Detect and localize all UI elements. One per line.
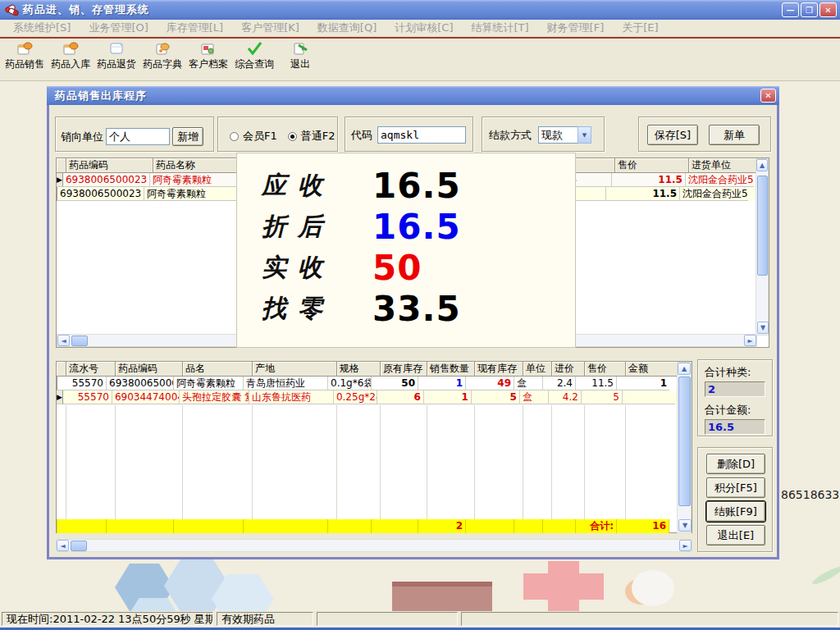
- app-pill-icon: [5, 4, 19, 16]
- menu-system[interactable]: 系统维护[S]: [7, 19, 82, 37]
- toolbar-button-query[interactable]: 综合查询: [231, 40, 277, 80]
- toolbar-button-sales[interactable]: 药品销售: [2, 40, 48, 80]
- menu-plan-audit[interactable]: 计划审核[C]: [388, 19, 464, 37]
- header-old-stock: 原有库存: [381, 362, 427, 377]
- member-radio-label: 会员F1: [243, 129, 277, 144]
- received-value: 50: [372, 248, 422, 288]
- toolbar-button-exit[interactable]: 退出: [277, 40, 323, 80]
- header-spec: 规格: [337, 362, 381, 377]
- archive-icon: [199, 40, 217, 57]
- member-radio[interactable]: [230, 132, 239, 141]
- scroll-down-icon[interactable]: ▼: [757, 322, 769, 334]
- change-value: 33.5: [372, 289, 461, 329]
- header-amount: 金额: [626, 362, 678, 377]
- scroll-right-icon[interactable]: ►: [744, 335, 756, 346]
- menu-data-query[interactable]: 数据查询[Q]: [311, 19, 388, 37]
- checkout-button[interactable]: 结账[F9]: [706, 501, 765, 522]
- header-indicator: [57, 158, 66, 173]
- row-pointer-icon: ▶: [57, 390, 63, 404]
- leaf-art: [810, 564, 840, 587]
- scroll-up-icon[interactable]: ▲: [678, 363, 691, 375]
- dialog-close-button[interactable]: ✕: [760, 89, 776, 103]
- scroll-left-icon[interactable]: ◄: [57, 540, 69, 551]
- menu-inventory[interactable]: 库存管理[L]: [160, 19, 235, 37]
- menu-settlement[interactable]: 结算统计[T]: [464, 19, 540, 37]
- normal-radio-label: 普通F2: [301, 129, 336, 144]
- medicine-chest-art: [392, 582, 492, 611]
- items-vscrollbar[interactable]: ▲ ▼: [677, 362, 692, 533]
- normal-radio[interactable]: [288, 132, 297, 141]
- summary-groupbox: 合计种类: 2 合计金额: 16.5: [697, 359, 773, 436]
- header-qty: 销售数量: [427, 362, 475, 377]
- status-expiry: 有效期药品: [217, 612, 313, 626]
- total-qty: 2: [418, 519, 466, 533]
- delete-button[interactable]: 删除[D]: [706, 454, 765, 474]
- status-bar: 现在时间:2011-02-22 13点50分59秒 星期二 有效期药品: [0, 611, 840, 628]
- customer-groupbox: 销向单位 个人 新增: [55, 116, 214, 152]
- sales-items-table: 流水号 药品编码 品名 产地 规格 原有库存 销售数量 现有库存 单位 进价 售…: [56, 361, 692, 533]
- payment-dropdown[interactable]: 现款 ▼: [538, 126, 591, 144]
- save-groupbox: 保存[S] 新单: [638, 116, 771, 152]
- receivable-value: 16.5: [372, 166, 461, 206]
- total-kinds-label: 合计种类:: [705, 365, 765, 380]
- code-input[interactable]: aqmskl: [377, 126, 466, 144]
- toolbar-button-returns[interactable]: 药品退货: [94, 40, 139, 80]
- exit-button[interactable]: 退出[E]: [706, 525, 765, 546]
- item-row-selected[interactable]: ▶ 55570 6903447400461 头孢拉定胶囊 复 山东鲁抗医药 0.…: [57, 390, 692, 404]
- header-name: 品名: [183, 362, 253, 377]
- received-row: 实收 50: [262, 247, 575, 288]
- scroll-down-icon[interactable]: ▼: [678, 519, 692, 532]
- menu-about[interactable]: 关于[E]: [615, 19, 669, 37]
- total-label: 合计:: [576, 519, 617, 533]
- menu-customer[interactable]: 客户管理[K]: [235, 19, 311, 37]
- items-hscrollbar[interactable]: ◄ ►: [56, 539, 692, 552]
- empty-grid-area: [57, 405, 678, 519]
- scroll-left-icon[interactable]: ◄: [57, 335, 70, 346]
- restore-button[interactable]: ❐: [801, 2, 818, 17]
- total-kinds-field: 2: [705, 381, 765, 397]
- close-button[interactable]: ✕: [819, 2, 837, 17]
- total-amount-field: 16.5: [705, 419, 765, 435]
- discounted-value: 16.5: [372, 207, 461, 247]
- change-row: 找零 33.5: [262, 288, 575, 329]
- save-button[interactable]: 保存[S]: [647, 125, 698, 145]
- mdi-area: 86518633 药品销售出库程序 ✕ 销向单位 个人 新增: [0, 81, 840, 611]
- discounted-label: 折后: [262, 210, 372, 244]
- minimize-button[interactable]: —: [782, 2, 799, 17]
- header-drug-name: 药品名称: [153, 158, 249, 173]
- new-order-button[interactable]: 新单: [709, 125, 760, 145]
- sales-dialog: 药品销售出库程序 ✕ 销向单位 个人 新增 会员F1: [47, 86, 779, 559]
- status-empty: [317, 612, 458, 626]
- main-window: 药品进、销、存管理系统 — ❐ ✕ 系统维护[S] 业务管理[O] 库存管理[L…: [0, 0, 840, 630]
- header-cost: 进价: [552, 362, 585, 377]
- scroll-right-icon[interactable]: ►: [679, 540, 692, 551]
- header-code: 药品编码: [116, 362, 183, 377]
- member-type-groupbox: 会员F1 普通F2: [217, 116, 338, 152]
- medicine-box-icon: [16, 40, 34, 57]
- menu-finance[interactable]: 财务管理[F]: [541, 19, 616, 37]
- total-amount-label: 合计金额:: [705, 403, 765, 418]
- chevron-down-icon[interactable]: ▼: [578, 126, 591, 144]
- toolbar-button-dictionary[interactable]: 药品字典: [139, 40, 185, 80]
- items-header-row: 流水号 药品编码 品名 产地 规格 原有库存 销售数量 现有库存 单位 进价 售…: [57, 362, 692, 377]
- scroll-up-icon[interactable]: ▲: [756, 159, 768, 171]
- toolbar-button-inbound[interactable]: 药品入库: [48, 40, 94, 80]
- customer-input[interactable]: 个人: [106, 128, 170, 145]
- item-row[interactable]: 55570 6938006500023 阿奇霉素颗粒 青岛唐恒药业 0.1g*6…: [57, 377, 692, 390]
- background-phone-number: 86518633: [781, 488, 839, 501]
- lookup-vscrollbar[interactable]: ▲ ▼: [756, 158, 769, 336]
- menu-business[interactable]: 业务管理[O]: [82, 19, 159, 37]
- toolbar-button-customers[interactable]: 客户档案: [185, 40, 231, 80]
- pill-jar-icon: [153, 40, 171, 57]
- payment-value: 现款: [538, 126, 578, 144]
- actions-groupbox: 删除[D] 积分[F5] 结账[F9] 退出[E]: [697, 447, 773, 552]
- checkmark-icon: [245, 40, 263, 57]
- red-cross-icon: [523, 573, 604, 600]
- discounted-row: 折后 16.5: [262, 206, 575, 247]
- add-button[interactable]: 新增: [172, 127, 203, 146]
- change-label: 找零: [262, 292, 372, 326]
- main-titlebar: 药品进、销、存管理系统 — ❐ ✕: [0, 0, 840, 20]
- code-label: 代码: [351, 128, 372, 143]
- points-button[interactable]: 积分[F5]: [706, 477, 765, 498]
- dialog-titlebar: 药品销售出库程序 ✕: [47, 86, 779, 105]
